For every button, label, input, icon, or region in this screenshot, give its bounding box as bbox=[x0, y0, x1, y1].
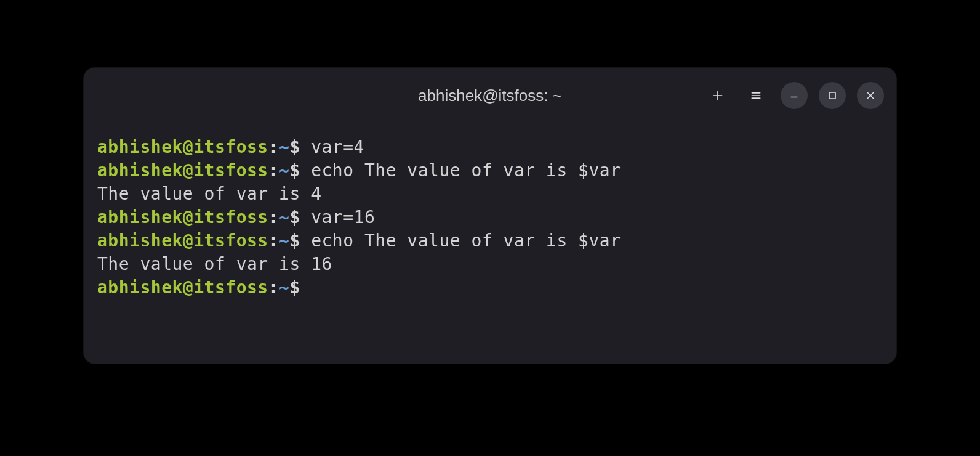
terminal-line: abhishek@itsfoss:~$ echo The value of va… bbox=[97, 159, 883, 182]
prompt-userhost: abhishek@itsfoss bbox=[97, 277, 268, 298]
command-text: var=4 bbox=[311, 137, 364, 157]
command-text: echo The value of var is $var bbox=[311, 160, 621, 181]
prompt-dollar: $ bbox=[289, 230, 300, 251]
terminal-line: abhishek@itsfoss:~$ var=16 bbox=[97, 206, 883, 229]
prompt-path: ~ bbox=[279, 207, 289, 227]
terminal-window: abhishek@itsfoss: ~ abhishek@itsfoss:~$ … bbox=[84, 68, 896, 364]
command-text bbox=[300, 230, 311, 251]
maximize-button[interactable] bbox=[819, 82, 846, 109]
plus-icon bbox=[712, 89, 724, 102]
minimize-button[interactable] bbox=[781, 82, 808, 109]
command-text: echo The value of var is $var bbox=[311, 230, 621, 251]
prompt-dollar: $ bbox=[289, 137, 300, 157]
minimize-icon bbox=[788, 89, 800, 102]
command-text bbox=[300, 137, 311, 157]
prompt-path: ~ bbox=[279, 160, 289, 181]
window-title: abhishek@itsfoss: ~ bbox=[418, 86, 562, 105]
maximize-icon bbox=[826, 89, 838, 102]
prompt-colon: : bbox=[268, 137, 279, 157]
output-line: The value of var is 16 bbox=[97, 253, 883, 276]
prompt-path: ~ bbox=[279, 137, 289, 157]
terminal-line: abhishek@itsfoss:~$ var=4 bbox=[97, 136, 883, 159]
prompt-colon: : bbox=[268, 277, 279, 298]
command-text: var=16 bbox=[311, 207, 375, 227]
svg-rect-0 bbox=[829, 92, 835, 99]
close-button[interactable] bbox=[857, 82, 884, 109]
prompt-dollar: $ bbox=[289, 277, 300, 298]
terminal-line: abhishek@itsfoss:~$ echo The value of va… bbox=[97, 229, 883, 253]
command-text bbox=[300, 160, 311, 181]
prompt-colon: : bbox=[268, 160, 279, 181]
prompt-userhost: abhishek@itsfoss bbox=[97, 230, 268, 251]
prompt-userhost: abhishek@itsfoss bbox=[97, 207, 268, 227]
prompt-path: ~ bbox=[279, 230, 289, 251]
command-text bbox=[300, 207, 311, 227]
titlebar: abhishek@itsfoss: ~ bbox=[84, 68, 896, 123]
prompt-dollar: $ bbox=[289, 160, 300, 181]
prompt-userhost: abhishek@itsfoss bbox=[97, 137, 268, 157]
close-icon bbox=[864, 89, 877, 102]
titlebar-controls bbox=[704, 82, 884, 109]
prompt-path: ~ bbox=[279, 277, 289, 298]
terminal-line: abhishek@itsfoss:~$ bbox=[97, 276, 883, 299]
prompt-colon: : bbox=[268, 230, 279, 251]
prompt-colon: : bbox=[268, 207, 279, 227]
new-tab-button[interactable] bbox=[704, 82, 731, 109]
terminal-body[interactable]: abhishek@itsfoss:~$ var=4 abhishek@itsfo… bbox=[84, 123, 896, 312]
prompt-dollar: $ bbox=[289, 207, 300, 227]
output-line: The value of var is 4 bbox=[97, 182, 883, 206]
prompt-userhost: abhishek@itsfoss bbox=[97, 160, 268, 181]
hamburger-icon bbox=[750, 89, 762, 102]
menu-button[interactable] bbox=[742, 82, 769, 109]
